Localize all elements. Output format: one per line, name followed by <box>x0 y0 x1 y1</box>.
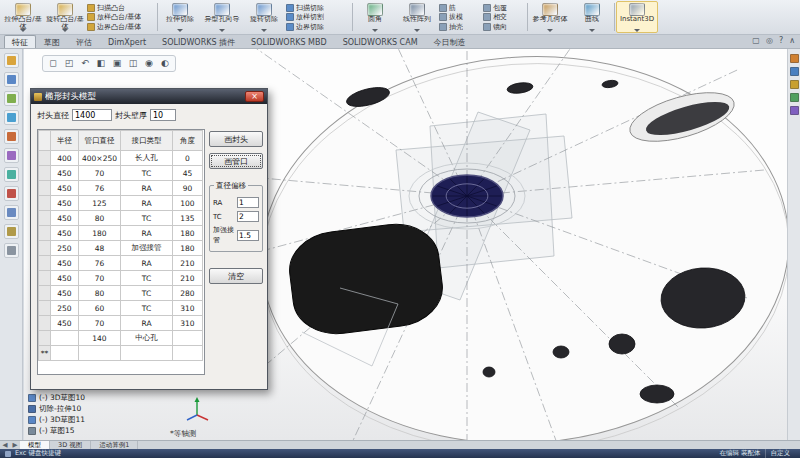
table-cell[interactable]: TC <box>121 166 173 181</box>
button-draft[interactable]: 拔模 <box>439 13 481 22</box>
table-cell[interactable]: 70 <box>79 166 121 181</box>
button-rib[interactable]: 筋 <box>439 3 481 12</box>
button-boundary-boss[interactable]: 边界凸台/基体 <box>87 22 155 31</box>
offset-TC-input[interactable] <box>237 211 259 222</box>
table-cell[interactable]: 450 <box>51 316 79 331</box>
smart-dimension-icon[interactable] <box>4 91 19 106</box>
table-cell[interactable]: 400×250 <box>79 151 121 166</box>
mirror-entities-icon[interactable] <box>4 205 19 220</box>
button-revolved-boss[interactable]: 旋转凸台/基体 <box>44 1 86 33</box>
column-header[interactable]: 接口类型 <box>121 131 173 151</box>
table-cell[interactable]: 90 <box>173 181 203 196</box>
table-cell[interactable]: 450 <box>51 166 79 181</box>
display-style-icon[interactable]: ◫ <box>126 57 140 70</box>
button-intersect[interactable]: 相交 <box>483 13 525 22</box>
search-icon[interactable]: ◎ <box>766 36 773 45</box>
tree-item[interactable]: 切除-拉伸10 <box>28 403 158 414</box>
button-swept-boss[interactable]: 扫描凸台 <box>87 3 155 12</box>
help-icon[interactable]: ? <box>779 36 783 45</box>
tab-scroll-right-icon[interactable]: ▶ <box>10 441 20 449</box>
tree-item[interactable]: (-) 3D草图11 <box>28 414 158 425</box>
table-cell[interactable]: RA <box>121 316 173 331</box>
button-lofted-cut[interactable]: 放样切割 <box>286 13 350 22</box>
convert-entities-icon[interactable] <box>4 167 19 182</box>
table-cell[interactable]: TC <box>121 301 173 316</box>
doc-tab-3D 视图[interactable]: 3D 视图 <box>50 441 91 449</box>
offset-RA-input[interactable] <box>237 197 259 208</box>
line-tool-icon[interactable] <box>4 110 19 125</box>
view-orientation-icon[interactable]: ▣ <box>110 57 124 70</box>
table-cell[interactable]: 135 <box>173 211 203 226</box>
table-cell[interactable]: 76 <box>79 181 121 196</box>
table-cell[interactable] <box>79 346 121 361</box>
table-cell[interactable] <box>173 331 203 346</box>
table-cell[interactable] <box>51 331 79 346</box>
table-cell[interactable]: TC <box>121 286 173 301</box>
button-reference-geometry[interactable]: 参考几何体 <box>529 1 571 33</box>
section-view-icon[interactable]: ◧ <box>94 57 108 70</box>
table-cell[interactable]: 45 <box>173 166 203 181</box>
circle-tool-icon[interactable] <box>4 129 19 144</box>
tab-特征[interactable]: 特征 <box>4 35 36 48</box>
button-shell[interactable]: 抽壳 <box>439 22 481 31</box>
button-fillet[interactable]: 圆角 <box>354 1 396 33</box>
table-cell[interactable]: 310 <box>173 301 203 316</box>
zoom-area-icon[interactable]: ◰ <box>62 57 76 70</box>
previous-view-icon[interactable]: ↶ <box>78 57 92 70</box>
table-cell[interactable]: 400 <box>51 151 79 166</box>
table-cell[interactable]: 70 <box>79 316 121 331</box>
sketch-tool-icon[interactable] <box>4 72 19 87</box>
table-cell[interactable]: 280 <box>173 286 203 301</box>
tab-DimXpert[interactable]: DimXpert <box>100 35 154 48</box>
table-cell[interactable]: RA <box>121 181 173 196</box>
tree-item[interactable]: (-) 草图15 <box>28 425 158 436</box>
column-header[interactable]: 管口直径 <box>79 131 121 151</box>
appearance-icon[interactable]: ◐ <box>158 57 172 70</box>
table-cell[interactable]: 250 <box>51 241 79 256</box>
button-revolved-cut[interactable]: 旋转切除 <box>243 1 285 33</box>
tab-草图[interactable]: 草图 <box>36 35 68 48</box>
head-diameter-input[interactable] <box>72 109 112 121</box>
button-linear-pattern[interactable]: 线性阵列 <box>396 1 438 33</box>
table-cell[interactable]: 180 <box>79 226 121 241</box>
tab-SOLIDWORKS 插件[interactable]: SOLIDWORKS 插件 <box>154 35 243 48</box>
table-cell[interactable]: 450 <box>51 286 79 301</box>
table-cell[interactable]: 60 <box>79 301 121 316</box>
table-cell[interactable]: 140 <box>79 331 121 346</box>
table-cell[interactable]: 210 <box>173 256 203 271</box>
clear-button[interactable]: 清空 <box>209 268 263 284</box>
button-mirror[interactable]: 镜向 <box>483 22 525 31</box>
dialog-title-bar[interactable]: 椭形封头模型 × <box>31 89 267 104</box>
table-cell[interactable]: 250 <box>51 301 79 316</box>
appearances-panel-icon[interactable] <box>790 106 799 115</box>
button-hole-wizard[interactable]: 异型孔向导 <box>201 1 243 33</box>
button-curves[interactable]: 曲线 <box>571 1 613 33</box>
table-cell[interactable]: 48 <box>79 241 121 256</box>
collapse-ribbon-icon[interactable]: ∧ <box>789 36 795 45</box>
tab-scroll-left-icon[interactable]: ◀ <box>0 441 10 449</box>
tab-SOLIDWORKS CAM[interactable]: SOLIDWORKS CAM <box>335 35 426 48</box>
table-cell[interactable] <box>51 346 79 361</box>
close-icon[interactable]: × <box>245 91 264 102</box>
select-tool-icon[interactable] <box>4 53 19 68</box>
table-cell[interactable]: 210 <box>173 271 203 286</box>
button-wrap[interactable]: 包覆 <box>483 3 525 12</box>
table-cell[interactable]: 180 <box>173 241 203 256</box>
design-library-icon[interactable] <box>790 67 799 76</box>
table-cell[interactable]: 0 <box>173 151 203 166</box>
table-cell[interactable]: RA <box>121 226 173 241</box>
table-cell[interactable] <box>173 346 203 361</box>
draw-head-button[interactable]: 画封头 <box>209 131 263 147</box>
table-cell[interactable]: 80 <box>79 211 121 226</box>
button-extruded-cut[interactable]: 拉伸切除 <box>159 1 201 33</box>
table-cell[interactable]: 450 <box>51 271 79 286</box>
customize-button[interactable]: 自定义 <box>765 449 796 458</box>
table-cell[interactable]: 中心孔 <box>121 331 173 346</box>
table-cell[interactable]: 加强接管 <box>121 241 173 256</box>
file-explorer-icon[interactable] <box>790 80 799 89</box>
resources-icon[interactable] <box>790 54 799 63</box>
table-cell[interactable]: 450 <box>51 226 79 241</box>
table-cell[interactable]: 70 <box>79 271 121 286</box>
table-cell[interactable]: RA <box>121 196 173 211</box>
table-cell[interactable]: 125 <box>79 196 121 211</box>
